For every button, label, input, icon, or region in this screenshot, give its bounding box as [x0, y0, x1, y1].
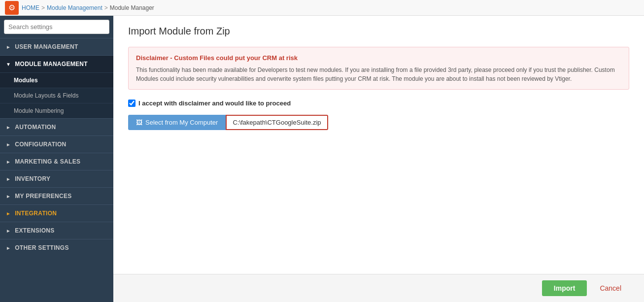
page-title: Import Module from Zip	[128, 26, 629, 37]
select-from-computer-button[interactable]: 🖼 Select from My Computer	[128, 115, 226, 130]
sidebar-item-marketing-sales[interactable]: ► MARKETING & SALES	[0, 153, 113, 170]
home-link[interactable]: HOME	[22, 4, 39, 11]
accept-disclaimer-label: I accept with disclaimer and would like …	[138, 100, 291, 107]
sidebar-label-user-management: USER MANAGEMENT	[15, 43, 78, 50]
sidebar-label-my-preferences: MY PREFERENCES	[15, 193, 71, 200]
main-layout: ► USER MANAGEMENT ▼ MODULE MANAGEMENT Mo…	[0, 16, 644, 302]
chevron-down-icon: ▼	[6, 62, 11, 67]
sidebar-label-inventory: INVENTORY	[15, 175, 50, 182]
select-btn-label: Select from My Computer	[145, 119, 218, 126]
search-input[interactable]	[4, 20, 109, 34]
sidebar: ► USER MANAGEMENT ▼ MODULE MANAGEMENT Mo…	[0, 16, 113, 302]
sidebar-item-inventory[interactable]: ► INVENTORY	[0, 170, 113, 187]
top-bar: ⚙ HOME > Module Management > Module Mana…	[0, 0, 644, 16]
sidebar-search-container	[0, 16, 113, 38]
sidebar-sub-module-management: Modules Module Layouts & Fields Module N…	[0, 72, 113, 118]
module-management-link[interactable]: Module Management	[47, 4, 102, 11]
chevron-right-icon: ►	[6, 44, 11, 50]
current-page-crumb: Module Manager	[110, 4, 154, 11]
disclaimer-box: Disclaimer - Custom Files could put your…	[128, 47, 629, 90]
chevron-right-icon-configuration: ►	[6, 142, 11, 147]
disclaimer-body: This functionality has been made availab…	[136, 66, 621, 83]
accept-disclaimer-row: I accept with disclaimer and would like …	[128, 100, 629, 107]
sidebar-item-automation[interactable]: ► AUTOMATION	[0, 118, 113, 135]
content-body: Import Module from Zip Disclaimer - Cust…	[113, 16, 644, 274]
import-button[interactable]: Import	[542, 280, 587, 296]
file-path-display: C:\fakepath\CTGoogleSuite.zip	[226, 115, 328, 130]
sidebar-item-extensions[interactable]: ► EXTENSIONS	[0, 222, 113, 239]
sidebar-sub-item-module-layouts[interactable]: Module Layouts & Fields	[0, 88, 113, 103]
sidebar-label-module-management: MODULE MANAGEMENT	[15, 61, 88, 67]
sidebar-label-extensions: EXTENSIONS	[15, 227, 54, 234]
file-upload-row: 🖼 Select from My Computer C:\fakepath\CT…	[128, 115, 629, 130]
sidebar-item-user-management[interactable]: ► USER MANAGEMENT	[0, 38, 113, 55]
chevron-right-icon-marketing: ►	[6, 159, 11, 165]
sidebar-label-automation: AUTOMATION	[15, 124, 56, 131]
chevron-right-icon-other: ►	[6, 245, 11, 251]
accept-disclaimer-checkbox[interactable]	[128, 100, 136, 107]
breadcrumb-sep1: >	[41, 4, 45, 11]
chevron-right-icon-extensions: ►	[6, 228, 11, 234]
sidebar-sub-item-module-numbering[interactable]: Module Numbering	[0, 103, 113, 118]
sidebar-item-other-settings[interactable]: ► OTHER SETTINGS	[0, 239, 113, 256]
sidebar-sub-item-modules[interactable]: Modules	[0, 72, 113, 88]
chevron-right-icon-automation: ►	[6, 125, 11, 130]
sidebar-label-other-settings: OTHER SETTINGS	[15, 244, 69, 251]
sidebar-label-integration: INTEGRATION	[15, 210, 57, 217]
cancel-button[interactable]: Cancel	[592, 280, 629, 296]
sidebar-item-module-management[interactable]: ▼ MODULE MANAGEMENT	[0, 55, 113, 72]
chevron-right-icon-integration: ►	[6, 211, 11, 216]
content: Import Module from Zip Disclaimer - Cust…	[113, 16, 644, 302]
content-footer: Import Cancel	[113, 274, 644, 302]
chevron-right-icon-inventory: ►	[6, 176, 11, 182]
gear-icon[interactable]: ⚙	[5, 1, 19, 15]
breadcrumb-sep2: >	[104, 4, 108, 11]
disclaimer-title: Disclaimer - Custom Files could put your…	[136, 53, 621, 63]
monitor-icon: 🖼	[136, 119, 142, 126]
sidebar-label-marketing-sales: MARKETING & SALES	[15, 158, 80, 165]
sidebar-item-integration[interactable]: ► INTEGRATION	[0, 204, 113, 222]
sidebar-item-configuration[interactable]: ► CONFIGURATION	[0, 135, 113, 153]
chevron-right-icon-preferences: ►	[6, 194, 11, 199]
sidebar-label-configuration: CONFIGURATION	[15, 141, 66, 148]
sidebar-item-my-preferences[interactable]: ► MY PREFERENCES	[0, 187, 113, 204]
breadcrumb: HOME > Module Management > Module Manage…	[22, 4, 154, 11]
